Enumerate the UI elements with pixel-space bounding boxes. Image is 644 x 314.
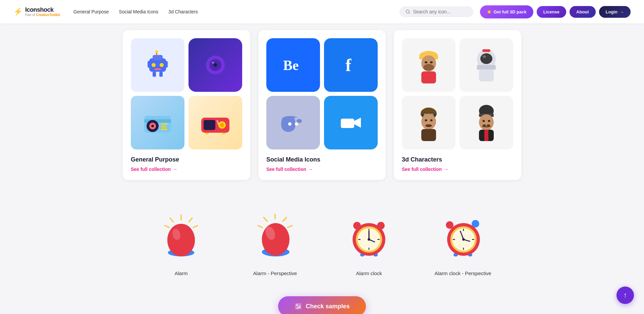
- svg-point-69: [488, 120, 490, 122]
- navbar: ⚡ Iconshock Part of CreativeToolkit Gene…: [0, 0, 644, 23]
- svg-point-67: [487, 124, 490, 126]
- svg-point-12: [155, 50, 158, 53]
- icon-label-alarm: Alarm: [174, 270, 187, 276]
- icon-item-alarm-clock-perspective[interactable]: Alarm clock - Perspective: [416, 203, 510, 283]
- svg-line-73: [170, 218, 173, 222]
- svg-rect-9: [153, 72, 156, 77]
- icon-item-alarm-clock[interactable]: Alarm clock: [322, 203, 416, 283]
- svg-point-51: [483, 55, 486, 58]
- general-icon-radio: [189, 96, 242, 149]
- card-link-3d[interactable]: See full collection →: [402, 167, 513, 172]
- svg-rect-6: [154, 68, 161, 70]
- svg-point-0: [406, 10, 409, 13]
- card-title-3d: 3d Characters: [402, 156, 513, 163]
- card-link-general[interactable]: See full collection →: [131, 167, 242, 172]
- about-button[interactable]: About: [570, 6, 596, 18]
- svg-point-29: [220, 123, 224, 127]
- svg-rect-49: [477, 65, 496, 70]
- card-link-social[interactable]: See full collection →: [266, 167, 378, 172]
- check-samples-button[interactable]: Check samples: [278, 296, 366, 314]
- icon-preview-alarm-perspective: [248, 210, 302, 264]
- alarm-perspective-svg: [250, 212, 300, 262]
- collection-card-general: General Purpose See full collection →: [123, 30, 250, 180]
- svg-rect-27: [204, 120, 215, 130]
- svg-rect-31: [222, 133, 225, 134]
- svg-line-1: [409, 13, 410, 14]
- nav-link-social[interactable]: Social Media Icons: [119, 9, 159, 14]
- scroll-to-top-button[interactable]: ↑: [616, 287, 634, 304]
- svg-rect-10: [159, 72, 163, 77]
- svg-text:Be: Be: [283, 58, 299, 73]
- svg-point-4: [152, 63, 156, 67]
- svg-line-75: [165, 226, 169, 228]
- logo-main-text: Iconshock: [25, 7, 60, 13]
- icons-section: Alarm: [0, 193, 644, 314]
- svg-line-83: [258, 226, 262, 228]
- svg-line-82: [283, 217, 286, 221]
- svg-marker-40: [354, 118, 361, 128]
- btn-3d-label: Get full 3D pack: [493, 9, 526, 14]
- svg-point-46: [430, 61, 433, 63]
- svg-rect-8: [165, 61, 168, 68]
- char-icon-pilot: [402, 96, 455, 149]
- svg-point-60: [425, 119, 427, 121]
- card-link-general-label: See full collection: [131, 167, 171, 172]
- svg-point-65: [479, 114, 494, 130]
- svg-point-22: [151, 125, 154, 127]
- svg-point-58: [421, 114, 436, 130]
- arrow-icon-social: →: [308, 167, 313, 172]
- license-button[interactable]: License: [537, 6, 566, 18]
- login-button[interactable]: Login →: [599, 6, 631, 18]
- search-bar[interactable]: [399, 6, 473, 17]
- icon-item-alarm-perspective[interactable]: Alarm - Perspective: [228, 203, 322, 283]
- card-title-social: Social Media Icons: [266, 156, 378, 163]
- svg-rect-24: [161, 126, 166, 127]
- svg-point-68: [483, 120, 485, 122]
- collection-card-social: Be f: [258, 30, 386, 180]
- social-icon-zoom: [324, 96, 378, 149]
- star-icon: ★: [487, 9, 491, 15]
- image-icon: [294, 302, 302, 310]
- icons-row: Alarm: [34, 197, 610, 290]
- svg-rect-3: [153, 55, 163, 60]
- search-input[interactable]: [413, 9, 467, 14]
- collections-section: General Purpose See full collection → Be…: [0, 23, 644, 193]
- alarm-svg: [156, 212, 206, 262]
- icon-item-alarm[interactable]: Alarm: [134, 203, 228, 283]
- svg-point-37: [284, 119, 290, 123]
- logo[interactable]: ⚡ Iconshock Part of CreativeToolkit: [13, 7, 60, 17]
- icon-label-alarm-clock: Alarm clock: [356, 270, 382, 276]
- card-link-social-label: See full collection: [266, 167, 306, 172]
- svg-point-97: [368, 238, 370, 241]
- svg-rect-30: [205, 133, 209, 134]
- svg-point-61: [430, 119, 433, 121]
- logo-text: Iconshock Part of CreativeToolkit: [25, 7, 60, 17]
- card-title-general: General Purpose: [131, 156, 242, 163]
- check-samples-label: Check samples: [306, 303, 350, 310]
- social-icon-discord: [266, 96, 320, 149]
- svg-rect-23: [161, 123, 168, 125]
- svg-point-35: [288, 122, 291, 126]
- char-icon-worker: [402, 38, 455, 92]
- nav-link-general[interactable]: General Purpose: [73, 9, 109, 14]
- arrow-icon-general: →: [173, 167, 177, 172]
- svg-point-86: [262, 223, 290, 256]
- svg-point-66: [483, 124, 486, 126]
- general-icon-vinyl: [131, 96, 184, 149]
- svg-line-84: [288, 226, 292, 228]
- login-arrow-icon: →: [620, 9, 624, 14]
- svg-point-44: [423, 64, 434, 71]
- nav-links: General Purpose Social Media Icons 3d Ch…: [73, 9, 400, 14]
- logo-brand: CreativeToolkit: [36, 13, 60, 17]
- svg-text:f: f: [345, 56, 352, 75]
- get-3d-pack-button[interactable]: ★ Get full 3D pack: [480, 5, 533, 18]
- card-link-3d-label: See full collection: [402, 167, 442, 172]
- icon-label-alarm-perspective: Alarm - Perspective: [253, 270, 297, 276]
- nav-link-3d[interactable]: 3d Characters: [168, 9, 198, 14]
- general-icon-camera: [189, 38, 242, 92]
- icon-preview-alarm-clock: [342, 210, 396, 264]
- card-icons-grid-3d: [402, 38, 513, 149]
- scroll-up-icon: ↑: [624, 291, 627, 300]
- svg-line-76: [193, 226, 198, 228]
- icon-preview-alarm-clock-perspective: [436, 210, 490, 264]
